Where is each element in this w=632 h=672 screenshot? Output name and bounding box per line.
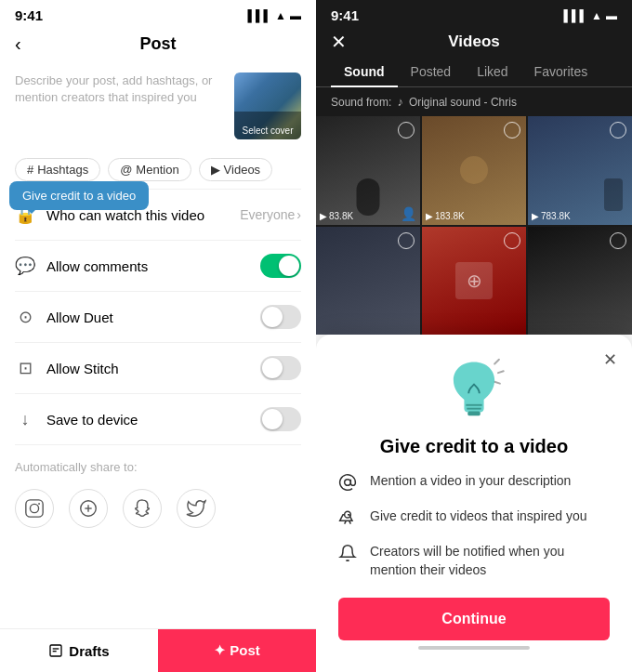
setting-allow-stitch: ⊡ Allow Stitch: [0, 343, 316, 393]
hashtags-button[interactable]: # Hashtags: [15, 158, 100, 181]
svg-point-1: [30, 504, 38, 512]
video-select-circle-4[interactable]: [398, 232, 415, 249]
modal-points: Mention a video in your description Give…: [338, 472, 610, 579]
battery-icon: ▬: [290, 9, 301, 22]
lightbulb-icon: [441, 353, 507, 425]
svg-rect-0: [26, 500, 43, 517]
tiktok-logo-icon: ⊕: [467, 270, 482, 292]
page-title: Post: [139, 34, 176, 54]
play-triangle-2: ▶: [426, 211, 433, 221]
video-thumb-6[interactable]: [528, 227, 632, 336]
social-row: [0, 481, 316, 543]
toggle-thumb-save: [262, 409, 283, 429]
toggle-thumb: [279, 256, 299, 276]
video-views-3: ▶ 783.8K: [532, 211, 571, 221]
continue-button[interactable]: Continue: [338, 598, 610, 640]
video-grid: ▶ 83.8K 👤 ▶ 183.8K ▶ 783.8K: [316, 116, 632, 335]
bell-point-icon: [338, 544, 359, 567]
description-area: Describe your post, add hashtags, or men…: [0, 61, 316, 151]
credit-point-icon: [338, 508, 359, 532]
allow-stitch-toggle[interactable]: [260, 356, 301, 380]
back-button[interactable]: ‹: [15, 33, 21, 55]
mention-label: Mention: [136, 163, 178, 177]
status-icons-right: ▌▌▌ ▲ ▬: [564, 9, 617, 22]
modal-point-3: Creators will be notified when you menti…: [338, 543, 610, 579]
video-select-circle-3[interactable]: [610, 122, 626, 138]
svg-line-9: [494, 360, 499, 364]
video-views-1: ▶ 83.8K: [320, 211, 353, 221]
hashtag-icon: #: [27, 163, 33, 177]
right-panel: 9:41 ▌▌▌ ▲ ▬ ✕ Videos Sound Posted Liked: [316, 0, 632, 672]
save-device-toggle[interactable]: [260, 407, 301, 431]
modal-point-1: Mention a video in your description: [338, 472, 610, 496]
stitch-icon: ⊡: [15, 358, 35, 378]
allow-duet-label: Allow Duet: [46, 310, 249, 325]
mention-point-icon: [338, 473, 359, 496]
nav-bar-left: ‹ Post: [0, 27, 316, 61]
modal-close-button[interactable]: ✕: [603, 349, 617, 370]
modal-title: Give credit to a video: [380, 436, 568, 457]
bottom-bar: Drafts ✦ Post: [0, 628, 316, 672]
tab-posted[interactable]: Posted: [398, 57, 465, 86]
snapchat-icon[interactable]: [123, 489, 162, 528]
video-select-circle-5[interactable]: [504, 232, 520, 249]
svg-rect-14: [467, 412, 480, 416]
twitter-icon[interactable]: [177, 489, 216, 528]
post-label: ✦ Post: [214, 642, 260, 659]
allow-comments-label: Allow comments: [46, 258, 249, 274]
svg-line-11: [494, 382, 500, 384]
allow-stitch-label: Allow Stitch: [46, 361, 249, 376]
svg-point-2: [38, 503, 40, 505]
drafts-label: Drafts: [69, 643, 109, 659]
video-thumb-1[interactable]: ▶ 83.8K 👤: [316, 116, 420, 225]
video-select-circle-1[interactable]: [398, 122, 415, 138]
add-icon[interactable]: [69, 489, 108, 528]
video-select-circle-2[interactable]: [504, 122, 520, 138]
tab-liked[interactable]: Liked: [464, 57, 520, 86]
instagram-icon[interactable]: [15, 489, 54, 528]
wifi-icon: ▲: [275, 9, 286, 22]
wifi-icon-right: ▲: [591, 9, 602, 22]
status-icons-left: ▌▌▌ ▲ ▬: [248, 9, 301, 22]
duet-icon: ⊙: [15, 307, 35, 327]
svg-point-15: [345, 480, 351, 486]
video-views-2: ▶ 183.8K: [426, 211, 465, 221]
play-triangle-1: ▶: [320, 211, 327, 221]
video-thumb-4[interactable]: [316, 227, 420, 336]
status-bar-left: 9:41 ▌▌▌ ▲ ▬: [0, 0, 316, 27]
video-select-circle-6[interactable]: [610, 232, 626, 249]
mention-button[interactable]: @ Mention: [108, 158, 191, 181]
time-left: 9:41: [15, 7, 43, 23]
cover-thumbnail[interactable]: Select cover: [234, 72, 301, 139]
play-triangle-3: ▶: [532, 211, 539, 221]
duet-icon-1: 👤: [401, 206, 416, 221]
tooltip-overlay: Give credit to a video: [9, 181, 149, 210]
allow-comments-toggle[interactable]: [260, 254, 301, 278]
save-device-label: Save to device: [46, 412, 249, 428]
setting-allow-comments: 💬 Allow comments: [0, 241, 316, 291]
svg-line-10: [498, 371, 504, 373]
close-button[interactable]: ✕: [331, 31, 347, 53]
point-text-1: Mention a video in your description: [370, 472, 571, 491]
tab-sound[interactable]: Sound: [331, 57, 398, 86]
sound-from-label: Sound from:: [331, 96, 391, 109]
note-icon: ♪: [397, 95, 403, 109]
description-placeholder[interactable]: Describe your post, add hashtags, or men…: [15, 72, 223, 106]
video-thumb-3[interactable]: ▶ 783.8K: [528, 116, 632, 225]
post-button[interactable]: ✦ Post: [158, 629, 316, 672]
videos-button[interactable]: ▶ Videos: [199, 158, 273, 181]
sound-from: Sound from: ♪ Original sound - Chris: [316, 87, 632, 116]
comment-icon: 💬: [15, 256, 35, 276]
videos-label: Videos: [224, 163, 261, 177]
video-thumb-5[interactable]: ⊕: [422, 227, 526, 336]
drafts-button[interactable]: Drafts: [0, 629, 158, 672]
auto-share-label: Automatically share to:: [0, 445, 316, 481]
video-thumb-2[interactable]: ▶ 183.8K: [422, 116, 526, 225]
video-tabs: Sound Posted Liked Favorites: [316, 57, 632, 87]
allow-duet-toggle[interactable]: [260, 305, 301, 329]
who-can-watch-value: Everyone ›: [240, 207, 301, 222]
videos-browser: 9:41 ▌▌▌ ▲ ▬ ✕ Videos Sound Posted Liked: [316, 0, 632, 335]
select-cover-label: Select cover: [234, 125, 301, 136]
tab-favorites[interactable]: Favorites: [521, 57, 601, 86]
download-icon: ↓: [15, 410, 35, 429]
